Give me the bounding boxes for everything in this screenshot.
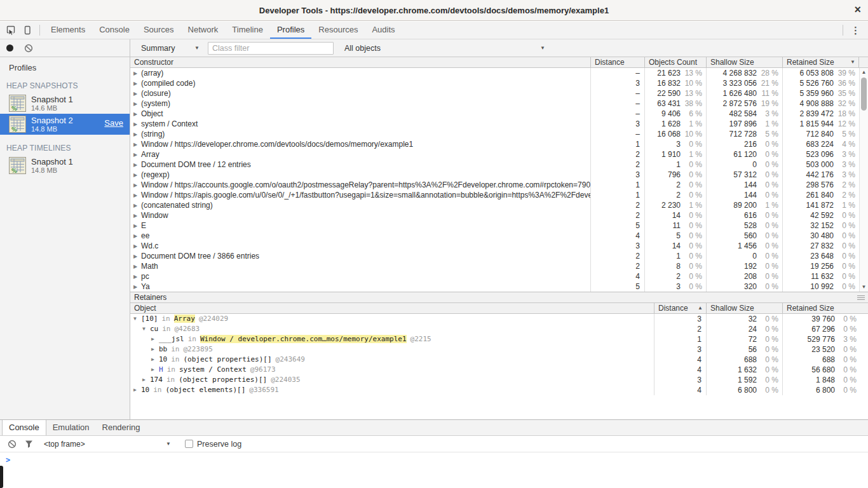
heap-table-row[interactable]: ▶Window / https://accounts.google.com/o/… bbox=[130, 180, 868, 190]
expand-arrow-icon[interactable]: ▶ bbox=[133, 252, 141, 261]
heap-table-row[interactable]: ▶Document DOM tree / 12 entries210 %00 %… bbox=[130, 159, 868, 170]
tab-timeline[interactable]: Timeline bbox=[225, 22, 270, 39]
sidebar-item-snapshot[interactable]: %Snapshot 114.6 MB bbox=[0, 93, 130, 114]
sidebar-item-snapshot[interactable]: %Snapshot 114.8 MB bbox=[0, 155, 130, 176]
column-header-distance[interactable]: Distance ▲ bbox=[654, 303, 707, 313]
heap-table-row[interactable]: ▶(closure)–22 59013 %1 626 48011 %5 359 … bbox=[130, 88, 868, 98]
scroll-down-icon[interactable]: ▼ bbox=[860, 283, 868, 291]
heap-table-row[interactable]: ▶Math280 %1920 %19 2560 % bbox=[130, 261, 868, 271]
column-header-constructor[interactable]: Constructor bbox=[130, 57, 591, 67]
expand-arrow-icon[interactable]: ▶ bbox=[133, 160, 141, 170]
heap-table-row[interactable]: ▶Array21 9101 %61 1200 %523 0963 % bbox=[130, 149, 868, 159]
sidebar-item-snapshot[interactable]: %Snapshot 214.8 MBSave bbox=[0, 114, 130, 135]
retainers-row[interactable]: ▶Hinsystem / Context@9617341 6320 %56 68… bbox=[130, 365, 868, 375]
expand-arrow-icon[interactable]: ▶ bbox=[133, 119, 141, 129]
heap-table-row[interactable]: ▶E5110 %5280 %32 1520 % bbox=[130, 220, 868, 231]
expand-arrow-icon[interactable]: ▶ bbox=[133, 385, 141, 395]
tab-audits[interactable]: Audits bbox=[365, 22, 402, 39]
heap-table-row[interactable]: ▶(string)–16 06810 %712 7285 %712 8405 % bbox=[130, 129, 868, 139]
expand-arrow-icon[interactable]: ▶ bbox=[133, 231, 141, 241]
expand-arrow-icon[interactable]: ▶ bbox=[133, 191, 141, 200]
expand-arrow-icon[interactable]: ▶ bbox=[133, 180, 141, 190]
menu-kebab-icon[interactable]: ⋮ bbox=[847, 25, 868, 36]
column-header-shallow-size[interactable]: Shallow Size bbox=[707, 57, 783, 67]
expand-arrow-icon[interactable]: ▶ bbox=[133, 241, 141, 251]
filter-funnel-icon[interactable] bbox=[24, 439, 34, 449]
drawer-tab-emulation[interactable]: Emulation bbox=[46, 420, 96, 435]
expand-arrow-icon[interactable]: ▶ bbox=[133, 130, 141, 139]
heap-table-row[interactable]: ▶(system)–63 43138 %2 872 57619 %4 908 8… bbox=[130, 98, 868, 109]
expand-arrow-icon[interactable]: ▶ bbox=[133, 272, 141, 281]
clear-profiles-icon[interactable] bbox=[24, 44, 33, 53]
drawer-tab-console[interactable]: Console bbox=[2, 420, 46, 435]
retainers-row[interactable]: ▼[10]inArray@2240293320 %39 7600 % bbox=[130, 314, 868, 324]
heap-table-row[interactable]: ▶Window2140 %6160 %42 5920 % bbox=[130, 210, 868, 220]
heap-table-row[interactable]: ▶Window / https://apis.google.com/u/0/se… bbox=[130, 190, 868, 200]
retainers-row[interactable]: ▶___jslinWindow / developer.chrome.com…m… bbox=[130, 334, 868, 344]
expand-arrow-icon[interactable]: ▶ bbox=[151, 355, 159, 365]
expand-arrow-icon[interactable]: ▶ bbox=[133, 221, 141, 231]
column-header-retained-size[interactable]: Retained Size bbox=[783, 303, 868, 313]
execution-context-select[interactable]: <top frame> ▼ bbox=[44, 440, 171, 449]
expand-arrow-icon[interactable]: ▶ bbox=[133, 150, 141, 159]
expand-arrow-icon[interactable]: ▶ bbox=[133, 262, 141, 271]
inspect-element-icon[interactable] bbox=[3, 24, 19, 37]
column-header-retained-size[interactable]: Retained Size ▼ bbox=[783, 57, 859, 67]
expand-arrow-icon[interactable]: ▶ bbox=[133, 79, 141, 88]
retainers-row[interactable]: ▶bbin@2238953560 %23 5200 % bbox=[130, 344, 868, 355]
tab-profiles[interactable]: Profiles bbox=[270, 22, 311, 39]
retainers-row[interactable]: ▶174in(object properties)[]@22403531 592… bbox=[130, 375, 868, 385]
record-heap-icon[interactable] bbox=[6, 44, 13, 51]
scrollbar-thumb[interactable] bbox=[861, 78, 867, 111]
heap-table-row[interactable]: ▶Object–9 4066 %482 5843 %2 839 47218 % bbox=[130, 109, 868, 119]
heap-table-row[interactable]: ▶Ya530 %3200 %10 9920 % bbox=[130, 281, 868, 292]
collapse-arrow-icon[interactable]: ▼ bbox=[133, 314, 141, 324]
column-header-distance[interactable]: Distance bbox=[591, 57, 645, 67]
heap-table-row[interactable]: ▶(regexp)37960 %57 3120 %442 1763 % bbox=[130, 170, 868, 180]
expand-arrow-icon[interactable]: ▶ bbox=[133, 69, 141, 78]
heap-table-row[interactable]: ▶pc420 %2080 %11 6320 % bbox=[130, 271, 868, 281]
heap-table-row[interactable]: ▶(concatenated string)22 2301 %89 2001 %… bbox=[130, 200, 868, 210]
expand-arrow-icon[interactable]: ▶ bbox=[151, 365, 159, 375]
heap-table-row[interactable]: ▶Window / https://developer.chrome.com/d… bbox=[130, 139, 868, 149]
column-header-objects-count[interactable]: Objects Count bbox=[645, 57, 707, 67]
drawer-tab-rendering[interactable]: Rendering bbox=[96, 420, 147, 435]
save-link[interactable]: Save bbox=[104, 118, 123, 128]
class-filter-input[interactable] bbox=[208, 42, 334, 55]
expand-arrow-icon[interactable]: ▶ bbox=[142, 375, 150, 385]
column-header-object[interactable]: Object bbox=[130, 303, 654, 313]
heap-table-row[interactable]: ▶Wd.c3140 %1 4560 %27 8320 % bbox=[130, 241, 868, 251]
profile-view-select[interactable]: Summary ▼ bbox=[141, 44, 200, 53]
collapse-arrow-icon[interactable]: ▼ bbox=[142, 324, 150, 334]
tab-console[interactable]: Console bbox=[92, 22, 137, 39]
expand-arrow-icon[interactable]: ▶ bbox=[133, 201, 141, 210]
scroll-up-icon[interactable]: ▲ bbox=[860, 69, 868, 76]
resize-grip-icon[interactable] bbox=[857, 295, 865, 300]
preserve-log-checkbox[interactable] bbox=[185, 440, 193, 448]
device-mode-icon[interactable] bbox=[19, 24, 36, 37]
expand-arrow-icon[interactable]: ▶ bbox=[133, 89, 141, 98]
column-header-shallow-size[interactable]: Shallow Size bbox=[707, 303, 783, 313]
expand-arrow-icon[interactable]: ▶ bbox=[133, 109, 141, 119]
expand-arrow-icon[interactable]: ▶ bbox=[151, 334, 159, 344]
heap-table-row[interactable]: ▶system / Context31 6281 %197 8961 %1 81… bbox=[130, 119, 868, 129]
expand-arrow-icon[interactable]: ▶ bbox=[133, 170, 141, 180]
close-window-icon[interactable]: × bbox=[854, 0, 861, 20]
vertical-scrollbar[interactable]: ▲ ▼ bbox=[859, 68, 868, 292]
expand-arrow-icon[interactable]: ▶ bbox=[133, 140, 141, 149]
tab-network[interactable]: Network bbox=[181, 22, 226, 39]
heap-table-row[interactable]: ▶ee450 %5600 %30 4800 % bbox=[130, 231, 868, 241]
heap-table-row[interactable]: ▶(compiled code)316 83210 %3 323 05621 %… bbox=[130, 78, 868, 88]
retainers-section-header[interactable]: Retainers bbox=[130, 292, 868, 303]
retainers-row[interactable]: ▶10in(object properties)[]@24364946880 %… bbox=[130, 355, 868, 365]
tab-elements[interactable]: Elements bbox=[44, 22, 92, 39]
expand-arrow-icon[interactable]: ▶ bbox=[133, 211, 141, 220]
objects-filter-select[interactable]: All objects ▼ bbox=[344, 44, 545, 53]
heap-table-row[interactable]: ▶(array)–21 62313 %4 268 83228 %6 053 80… bbox=[130, 68, 868, 78]
expand-arrow-icon[interactable]: ▶ bbox=[133, 99, 141, 109]
retainers-row[interactable]: ▶10in(object elements)[]@33659146 8000 %… bbox=[130, 385, 868, 395]
console-prompt[interactable]: > bbox=[0, 452, 868, 464]
expand-arrow-icon[interactable]: ▶ bbox=[133, 282, 141, 292]
clear-console-icon[interactable] bbox=[8, 440, 17, 449]
tab-sources[interactable]: Sources bbox=[137, 22, 181, 39]
